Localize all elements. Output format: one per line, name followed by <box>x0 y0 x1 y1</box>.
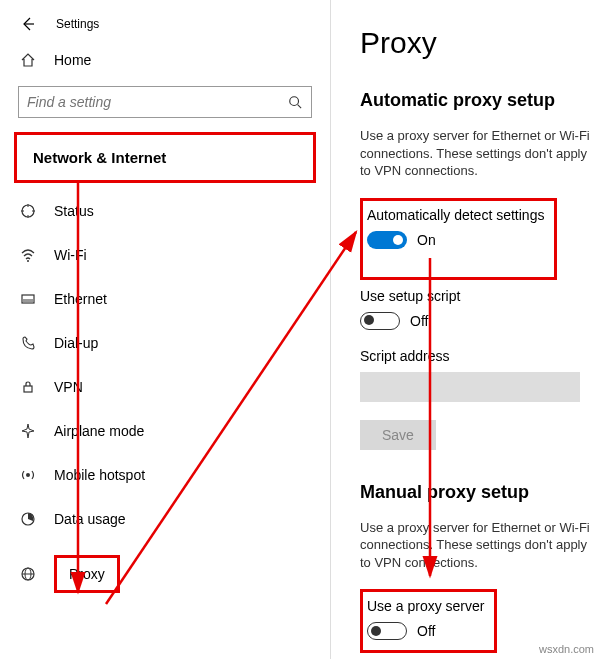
sidebar-item-proxy[interactable]: Proxy <box>0 541 330 607</box>
sidebar-item-label: Dial-up <box>54 335 98 351</box>
watermark: wsxdn.com <box>539 643 594 655</box>
datausage-icon <box>18 511 38 527</box>
sidebar-item-wifi[interactable]: Wi-Fi <box>0 233 330 277</box>
toggle-state-script: Off <box>410 313 428 329</box>
sidebar-item-label: Mobile hotspot <box>54 467 145 483</box>
vpn-icon <box>18 379 38 395</box>
wifi-icon <box>18 247 38 263</box>
highlight-auto-detect: Automatically detect settings On <box>360 198 557 280</box>
section-heading-manual: Manual proxy setup <box>360 482 600 503</box>
sidebar-item-datausage[interactable]: Data usage <box>0 497 330 541</box>
home-icon <box>18 52 38 68</box>
svg-line-2 <box>298 105 302 109</box>
input-script-address[interactable] <box>360 372 580 402</box>
toggle-label-autodetect: Automatically detect settings <box>367 207 544 223</box>
sidebar-item-label: Airplane mode <box>54 423 144 439</box>
toggle-script[interactable] <box>360 312 400 330</box>
sidebar-item-ethernet[interactable]: Ethernet <box>0 277 330 321</box>
sidebar-item-home[interactable]: Home <box>0 38 330 82</box>
toggle-label-script: Use setup script <box>360 288 600 304</box>
sidebar-item-label: Home <box>54 52 91 68</box>
window-title: Settings <box>56 17 99 31</box>
window-header: Settings <box>0 10 330 38</box>
sidebar: Settings Home Network & Internet Status <box>0 0 330 659</box>
status-icon <box>18 203 38 219</box>
sidebar-item-label: VPN <box>54 379 83 395</box>
airplane-icon <box>18 423 38 439</box>
save-button[interactable]: Save <box>360 420 436 450</box>
sidebar-item-hotspot[interactable]: Mobile hotspot <box>0 453 330 497</box>
page-title: Proxy <box>360 26 600 60</box>
hotspot-icon <box>18 467 38 483</box>
proxy-icon <box>18 566 38 582</box>
toggle-state-useproxy: Off <box>417 623 435 639</box>
sidebar-item-label: Status <box>54 203 94 219</box>
sidebar-category: Network & Internet <box>14 132 316 183</box>
section-heading-auto: Automatic proxy setup <box>360 90 600 111</box>
ethernet-icon <box>18 291 38 307</box>
toggle-label-useproxy: Use a proxy server <box>367 598 484 614</box>
sidebar-item-status[interactable]: Status <box>0 189 330 233</box>
toggle-useproxy[interactable] <box>367 622 407 640</box>
sidebar-item-label: Ethernet <box>54 291 107 307</box>
sidebar-item-label: Proxy <box>54 555 120 593</box>
sidebar-item-vpn[interactable]: VPN <box>0 365 330 409</box>
section-desc-manual: Use a proxy server for Ethernet or Wi-Fi… <box>360 519 600 572</box>
dialup-icon <box>18 335 38 351</box>
search-icon <box>287 95 303 109</box>
svg-point-1 <box>290 97 299 106</box>
sidebar-item-dialup[interactable]: Dial-up <box>0 321 330 365</box>
back-icon[interactable] <box>18 16 38 32</box>
svg-point-16 <box>26 473 30 477</box>
toggle-autodetect[interactable] <box>367 231 407 249</box>
svg-rect-15 <box>24 386 32 392</box>
toggle-state-autodetect: On <box>417 232 436 248</box>
search-input[interactable] <box>18 86 312 118</box>
label-script-address: Script address <box>360 348 600 364</box>
search-input-field[interactable] <box>27 94 287 110</box>
svg-point-8 <box>27 260 29 262</box>
sidebar-item-airplane[interactable]: Airplane mode <box>0 409 330 453</box>
sidebar-item-label: Wi-Fi <box>54 247 87 263</box>
content-pane: Proxy Automatic proxy setup Use a proxy … <box>330 0 600 659</box>
sidebar-item-label: Data usage <box>54 511 126 527</box>
highlight-use-proxy: Use a proxy server Off <box>360 589 497 653</box>
section-desc-auto: Use a proxy server for Ethernet or Wi-Fi… <box>360 127 600 180</box>
